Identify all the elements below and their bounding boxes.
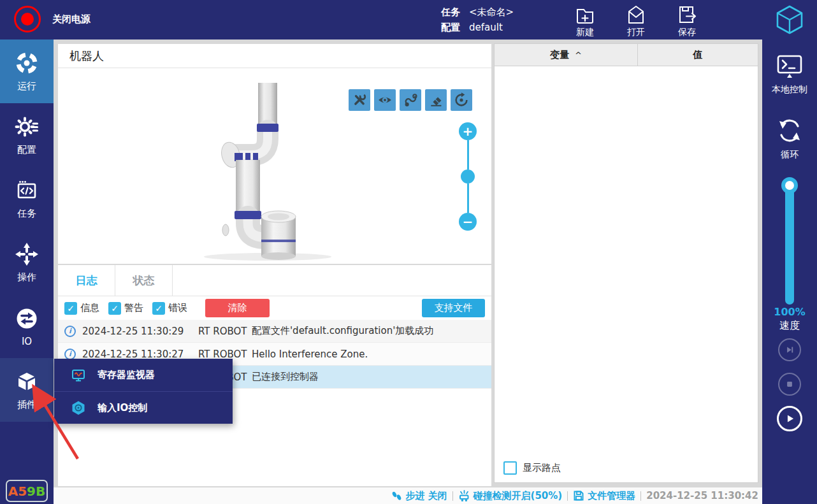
- sort-ascending-icon: ^: [575, 50, 582, 60]
- trajectory-button[interactable]: [400, 89, 421, 111]
- step-forward-button[interactable]: [778, 338, 801, 361]
- log-source: RT ROBOT: [198, 326, 252, 337]
- sidebar-item-task[interactable]: 任务: [0, 167, 54, 231]
- check-icon: ✓: [155, 303, 163, 313]
- log-filter-bar: ✓ 信息 ✓ 警告 ✓ 错误 清除 支持文件: [58, 296, 491, 320]
- config-label: 配置: [441, 20, 464, 35]
- open-file-icon: [625, 3, 647, 26]
- tab-status[interactable]: 状态: [115, 265, 173, 296]
- loop-button[interactable]: 循环: [762, 116, 817, 161]
- play-button[interactable]: [777, 406, 802, 431]
- check-icon: ✓: [111, 303, 119, 313]
- reset-view-button[interactable]: [451, 89, 472, 111]
- skip-to-end-icon: [783, 343, 796, 356]
- log-time: 2024-12-25 11:30:29: [82, 326, 192, 337]
- sidebar-item-label: 操作: [17, 271, 36, 284]
- run-icon: [14, 50, 40, 76]
- new-button[interactable]: 新建: [570, 3, 600, 38]
- info-icon: i: [64, 326, 76, 337]
- log-source: RT ROBOT: [198, 349, 252, 360]
- path-icon: [402, 92, 419, 108]
- divider: [452, 491, 453, 501]
- collision-status-label: 碰撞检测开启(50%): [474, 490, 563, 502]
- brand-logo-icon: [773, 3, 806, 36]
- top-bar: 关闭电源 任务 <未命名> 配置 default 新建 打开 保存: [0, 0, 817, 40]
- sidebar-item-run[interactable]: 运行: [0, 40, 54, 103]
- tools-button[interactable]: [349, 89, 370, 111]
- filter-error-checkbox[interactable]: ✓: [152, 302, 165, 315]
- open-button[interactable]: 打开: [621, 3, 651, 38]
- eraser-button[interactable]: [425, 89, 447, 111]
- minus-icon: −: [463, 215, 474, 228]
- stop-icon: [783, 378, 796, 391]
- divider: [640, 491, 641, 501]
- show-waypoints-checkbox[interactable]: [503, 461, 517, 475]
- gear-icon: [14, 114, 40, 140]
- zoom-track[interactable]: [467, 184, 469, 213]
- plugin-context-menu: 寄存器监视器 输入IO控制: [54, 359, 233, 424]
- plus-icon: +: [463, 125, 474, 138]
- zoom-control: + −: [459, 122, 477, 231]
- clear-button[interactable]: 清除: [205, 299, 270, 317]
- input-io-icon: [71, 400, 86, 415]
- loop-label: 循环: [762, 149, 817, 161]
- robot-3d-viewport[interactable]: + −: [59, 69, 491, 263]
- robot-panel-title: 机器人: [58, 44, 491, 68]
- menu-item-register-monitor[interactable]: 寄存器监视器: [54, 359, 233, 391]
- log-row[interactable]: i 2024-12-25 11:30:29 RT ROBOT 配置文件'defa…: [58, 320, 491, 343]
- divider: [567, 491, 568, 501]
- register-monitor-icon: [71, 368, 86, 383]
- zoom-out-button[interactable]: −: [459, 213, 477, 231]
- sidebar-item-io[interactable]: IO: [0, 294, 54, 358]
- zoom-in-button[interactable]: +: [459, 122, 477, 140]
- play-icon: [783, 412, 797, 426]
- sidebar-item-label: 运行: [17, 80, 36, 92]
- speed-percent: 100%: [762, 306, 817, 318]
- task-label: 任务: [441, 4, 464, 20]
- speed-slider-handle[interactable]: [781, 177, 798, 194]
- stop-button[interactable]: [778, 373, 801, 396]
- plugin-cube-icon: [14, 369, 40, 394]
- log-message: 已连接到控制器: [252, 371, 491, 383]
- menu-item-input-io-control[interactable]: 输入IO控制: [54, 391, 233, 424]
- status-bar: 步进 关闭 碰撞检测开启(50%) 文件管理器 2024-12-25 11:30…: [54, 487, 762, 504]
- sidebar-item-config[interactable]: 配置: [0, 103, 54, 167]
- collision-icon: [458, 490, 470, 502]
- sidebar-item-operate[interactable]: 操作: [0, 231, 54, 294]
- zoom-slider-handle[interactable]: [461, 169, 475, 184]
- speed-slider-track[interactable]: [785, 181, 794, 305]
- move-arrows-icon: [14, 241, 40, 267]
- step-icon: [391, 490, 402, 501]
- show-waypoints-row: 显示路点: [503, 461, 561, 475]
- variables-panel: 变量 ^ 值 显示路点: [494, 43, 758, 483]
- rotate-icon: [453, 92, 470, 108]
- tab-log[interactable]: 日志: [58, 265, 115, 296]
- sidebar-item-label: 配置: [17, 144, 36, 156]
- local-control-button[interactable]: 本地控制: [762, 54, 817, 96]
- power-icon: [21, 13, 34, 25]
- power-label: 关闭电源: [52, 13, 90, 25]
- support-file-button[interactable]: 支持文件: [422, 299, 485, 317]
- task-config-info: 任务 <未命名> 配置 default: [441, 4, 514, 35]
- new-file-icon: [574, 3, 596, 26]
- file-manager-button[interactable]: 文件管理器: [573, 490, 635, 502]
- collision-status[interactable]: 碰撞检测开启(50%): [458, 490, 563, 502]
- filter-warning-checkbox[interactable]: ✓: [108, 302, 121, 315]
- local-control-label: 本地控制: [762, 84, 817, 96]
- task-value: <未命名>: [469, 4, 514, 20]
- power-button[interactable]: [14, 6, 41, 32]
- zoom-track[interactable]: [467, 140, 469, 169]
- visibility-button[interactable]: [374, 89, 396, 111]
- status-timestamp: 2024-12-25 11:30:42: [646, 490, 758, 501]
- sidebar-item-plugin[interactable]: 插件: [0, 358, 54, 422]
- filter-info-label: 信息: [80, 302, 99, 314]
- save-file-icon: [676, 3, 698, 26]
- save-button[interactable]: 保存: [672, 3, 702, 38]
- column-header-value[interactable]: 值: [638, 44, 758, 66]
- log-time: 2024-12-25 11:30:27: [82, 349, 192, 360]
- column-header-variable[interactable]: 变量 ^: [495, 44, 638, 66]
- new-button-label: 新建: [570, 27, 600, 38]
- filter-info-checkbox[interactable]: ✓: [64, 302, 77, 315]
- menu-item-label: 寄存器监视器: [98, 369, 155, 381]
- step-status[interactable]: 步进 关闭: [391, 490, 447, 502]
